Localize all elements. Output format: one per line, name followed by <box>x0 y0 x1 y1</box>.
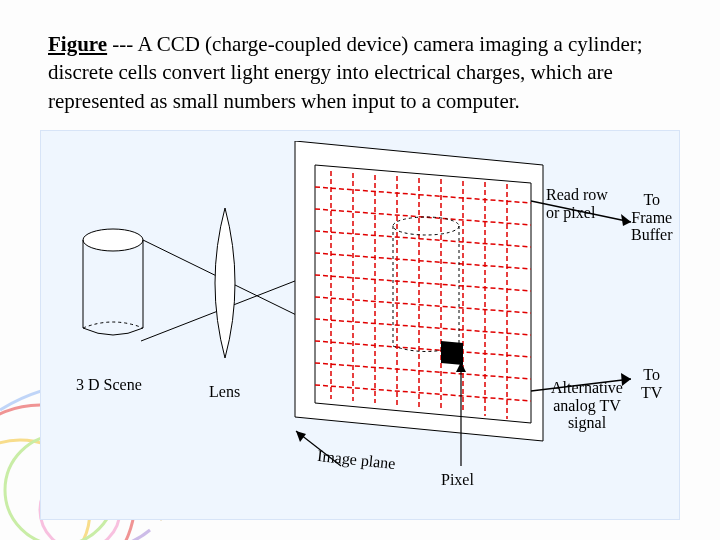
svg-marker-34 <box>621 214 631 226</box>
lens-label: Lens <box>209 383 240 401</box>
to-tv-label: To TV <box>641 366 662 401</box>
scene-cylinder-icon <box>76 226 151 346</box>
svg-marker-38 <box>296 431 306 442</box>
pixel-label: Pixel <box>441 471 474 489</box>
diagram-panel: 3 D Scene Lens Image plane Pixel Read ro… <box>40 130 680 520</box>
svg-point-28 <box>83 229 143 251</box>
lens-icon <box>201 206 249 361</box>
figure-label: Figure <box>48 32 107 56</box>
figure-text: --- A CCD (charge‑coupled device) camera… <box>48 32 643 113</box>
read-row-label: Read row or pixel <box>546 186 608 221</box>
svg-marker-40 <box>456 362 466 372</box>
scene-label: 3 D Scene <box>76 376 142 394</box>
figure-caption: Figure --- A CCD (charge‑coupled device)… <box>48 30 690 115</box>
alt-tv-label: Alternative analog TV signal <box>551 379 623 432</box>
to-frame-label: To Frame Buffer <box>631 191 672 244</box>
pixel-arrow <box>421 356 481 476</box>
